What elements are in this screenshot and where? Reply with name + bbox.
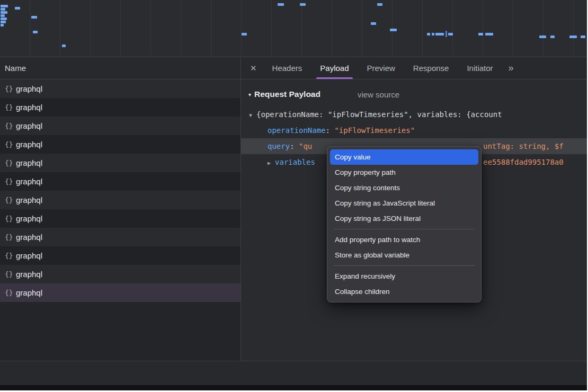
property-value: "ipFlowTimeseries" bbox=[334, 126, 415, 135]
section-expander-icon[interactable]: ▾ bbox=[248, 92, 251, 97]
request-timing-bar bbox=[371, 22, 376, 25]
expander-right-icon[interactable]: ▶ bbox=[268, 155, 271, 170]
property-value-overflow: ee5588fdad995178a0 bbox=[483, 154, 564, 170]
menu-item-expand-recursively[interactable]: Expand recursively bbox=[327, 269, 481, 284]
request-name: graphql bbox=[16, 288, 42, 297]
payload-node-operationname[interactable]: operationName: "ipFlowTimeseries" bbox=[241, 122, 587, 138]
expander-down-icon[interactable]: ▼ bbox=[249, 108, 252, 122]
menu-separator bbox=[334, 265, 475, 266]
payload-root-node[interactable]: ▼{operationName: "ipFlowTimeseries", var… bbox=[241, 106, 587, 122]
json-braces-icon: {} bbox=[5, 215, 16, 222]
request-payload-section-header[interactable]: ▾ Request Payload view source bbox=[248, 86, 399, 102]
request-timing-bar bbox=[581, 35, 585, 38]
network-overview-timeline[interactable] bbox=[0, 0, 587, 57]
request-timing-bar bbox=[478, 33, 483, 35]
menu-item-copy-string-as-javascript-literal[interactable]: Copy string as JavaScript literal bbox=[327, 195, 481, 211]
detail-tabs: HeadersPayloadPreviewResponseInitiator bbox=[263, 57, 502, 79]
request-name: graphql bbox=[16, 140, 42, 149]
root-preview-text: {operationName: "ipFlowTimeseries", vari… bbox=[256, 110, 502, 119]
tab-headers[interactable]: Headers bbox=[263, 57, 311, 79]
network-request-row[interactable]: {}graphql bbox=[0, 79, 240, 98]
request-list-panel: {}graphql{}graphql{}graphql{}graphql{}gr… bbox=[0, 79, 240, 361]
network-request-row[interactable]: {}graphql bbox=[0, 135, 240, 154]
request-timing-bar bbox=[242, 33, 247, 35]
json-braces-icon: {} bbox=[5, 233, 16, 241]
json-braces-icon: {} bbox=[5, 270, 16, 278]
request-name: graphql bbox=[16, 84, 42, 93]
network-request-row[interactable]: {}graphql bbox=[0, 246, 240, 265]
menu-item-add-property-path-to-watch[interactable]: Add property path to watch bbox=[327, 232, 481, 247]
network-request-row[interactable]: {}graphql bbox=[0, 154, 240, 172]
request-timing-bar bbox=[62, 44, 66, 47]
request-timing-bar bbox=[569, 35, 577, 38]
network-request-row[interactable]: {}graphql bbox=[0, 117, 240, 135]
footer-area bbox=[0, 361, 587, 385]
view-source-link[interactable]: view source bbox=[358, 90, 399, 99]
request-timing-bar bbox=[1, 17, 7, 20]
close-panel-button[interactable]: ✕ bbox=[250, 64, 257, 73]
json-braces-icon: {} bbox=[5, 122, 16, 130]
devtools-network-panel: Name ✕ HeadersPayloadPreviewResponseInit… bbox=[0, 0, 587, 390]
request-timing-bar bbox=[485, 33, 493, 35]
property-key: variables bbox=[275, 158, 315, 166]
menu-separator bbox=[334, 229, 475, 229]
menu-item-collapse-children[interactable]: Collapse children bbox=[327, 284, 481, 299]
json-braces-icon: {} bbox=[5, 196, 16, 204]
tab-response[interactable]: Response bbox=[404, 57, 458, 79]
request-timing-bar bbox=[550, 35, 555, 38]
network-request-row[interactable]: {}graphql bbox=[0, 209, 240, 228]
request-timing-bar bbox=[539, 35, 546, 38]
json-braces-icon: {} bbox=[5, 85, 16, 93]
column-header-name-label: Name bbox=[5, 64, 26, 73]
json-braces-icon: {} bbox=[5, 289, 16, 297]
tab-initiator[interactable]: Initiator bbox=[458, 57, 502, 79]
menu-item-copy-string-as-json-literal[interactable]: Copy string as JSON literal bbox=[327, 211, 481, 226]
property-value-overflow: untTag: string, $f bbox=[483, 138, 564, 154]
json-braces-icon: {} bbox=[5, 177, 16, 185]
network-request-row[interactable]: {}graphql bbox=[0, 172, 240, 191]
network-request-row[interactable]: {}graphql bbox=[0, 265, 240, 283]
section-title: Request Payload bbox=[254, 90, 320, 99]
request-timing-bar bbox=[1, 14, 5, 17]
json-braces-icon: {} bbox=[5, 140, 16, 148]
tab-preview[interactable]: Preview bbox=[358, 57, 404, 79]
request-name: graphql bbox=[16, 270, 42, 279]
column-header-name[interactable]: Name bbox=[0, 57, 240, 79]
menu-item-copy-string-contents[interactable]: Copy string contents bbox=[327, 180, 481, 195]
request-timing-bar bbox=[446, 31, 447, 37]
request-timing-bar bbox=[427, 33, 430, 35]
json-braces-icon: {} bbox=[5, 159, 16, 167]
request-timing-bar bbox=[1, 8, 5, 11]
request-timing-bar bbox=[435, 33, 444, 35]
request-timing-bar bbox=[1, 5, 8, 7]
network-request-row[interactable]: {}graphql bbox=[0, 191, 240, 209]
network-request-row[interactable]: {}graphql bbox=[0, 283, 240, 302]
request-timing-bar bbox=[432, 33, 434, 35]
json-braces-icon: {} bbox=[5, 252, 16, 260]
request-list: {}graphql{}graphql{}graphql{}graphql{}gr… bbox=[0, 79, 240, 302]
request-name: graphql bbox=[16, 251, 42, 260]
request-name: graphql bbox=[16, 177, 42, 186]
request-name: graphql bbox=[16, 121, 42, 130]
network-request-row[interactable]: {}graphql bbox=[0, 228, 240, 246]
close-icon: ✕ bbox=[250, 64, 257, 73]
request-name: graphql bbox=[16, 233, 42, 242]
network-request-row[interactable]: {}graphql bbox=[0, 98, 240, 117]
detail-tabbar: ✕ HeadersPayloadPreviewResponseInitiator… bbox=[241, 57, 587, 79]
menu-item-copy-property-path[interactable]: Copy property path bbox=[327, 165, 481, 180]
panel-header-band: Name ✕ HeadersPayloadPreviewResponseInit… bbox=[0, 57, 587, 79]
request-timing-bar bbox=[33, 31, 38, 33]
request-timing-bar bbox=[300, 3, 306, 6]
request-timing-bar bbox=[1, 21, 6, 23]
request-timing-bar bbox=[390, 29, 397, 31]
menu-item-copy-value[interactable]: Copy value bbox=[330, 149, 478, 165]
request-timing-bar bbox=[1, 11, 7, 14]
property-key: query bbox=[268, 142, 290, 150]
more-tabs-button[interactable]: » bbox=[509, 63, 514, 74]
tab-payload[interactable]: Payload bbox=[311, 57, 358, 79]
menu-item-store-as-global-variable[interactable]: Store as global variable bbox=[327, 247, 481, 263]
panel-split-divider[interactable] bbox=[240, 57, 241, 385]
json-braces-icon: {} bbox=[5, 103, 16, 111]
context-menu: Copy valueCopy property pathCopy string … bbox=[327, 146, 482, 302]
request-timing-bar bbox=[1, 24, 4, 26]
